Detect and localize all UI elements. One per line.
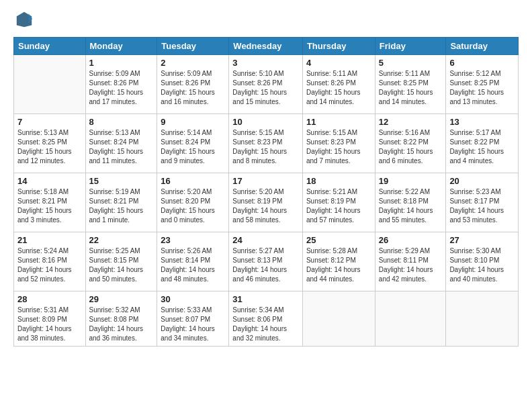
calendar-cell: 19Sunrise: 5:22 AMSunset: 8:18 PMDayligh… [375,173,446,232]
calendar-cell: 26Sunrise: 5:29 AMSunset: 8:11 PMDayligh… [375,232,446,291]
day-number: 9 [161,117,225,127]
day-info: Sunrise: 5:19 AMSunset: 8:21 PMDaylight:… [89,187,154,225]
calendar-cell: 20Sunrise: 5:23 AMSunset: 8:17 PMDayligh… [446,173,519,232]
calendar-cell: 12Sunrise: 5:16 AMSunset: 8:22 PMDayligh… [375,114,446,173]
day-number: 30 [161,294,225,304]
calendar-cell [446,291,519,347]
calendar-cell: 14Sunrise: 5:18 AMSunset: 8:21 PMDayligh… [14,173,86,232]
calendar-cell: 23Sunrise: 5:26 AMSunset: 8:14 PMDayligh… [157,232,229,291]
logo-icon [15,10,34,29]
day-info: Sunrise: 5:16 AMSunset: 8:22 PMDaylight:… [379,128,443,166]
main-container: SundayMondayTuesdayWednesdayThursdayFrid… [0,0,532,353]
day-number: 6 [449,58,515,68]
logo-text [13,10,34,32]
day-info: Sunrise: 5:12 AMSunset: 8:25 PMDaylight:… [449,69,515,107]
day-number: 26 [379,235,443,245]
day-info: Sunrise: 5:32 AMSunset: 8:08 PMDaylight:… [89,306,154,343]
day-info: Sunrise: 5:26 AMSunset: 8:14 PMDaylight:… [161,246,225,284]
day-number: 5 [379,58,443,68]
day-number: 31 [232,294,299,304]
day-info: Sunrise: 5:23 AMSunset: 8:17 PMDaylight:… [449,187,515,225]
day-info: Sunrise: 5:15 AMSunset: 8:23 PMDaylight:… [232,128,299,166]
calendar-cell: 31Sunrise: 5:34 AMSunset: 8:06 PMDayligh… [229,291,303,347]
day-info: Sunrise: 5:09 AMSunset: 8:26 PMDaylight:… [89,69,154,107]
calendar-cell: 4Sunrise: 5:11 AMSunset: 8:26 PMDaylight… [302,55,375,114]
day-info: Sunrise: 5:21 AMSunset: 8:19 PMDaylight:… [306,187,371,225]
calendar-cell: 17Sunrise: 5:20 AMSunset: 8:19 PMDayligh… [229,173,303,232]
calendar-day-header: Thursday [302,38,375,55]
day-number: 29 [89,294,154,304]
calendar-table: SundayMondayTuesdayWednesdayThursdayFrid… [13,37,519,347]
calendar-week-row: 21Sunrise: 5:24 AMSunset: 8:16 PMDayligh… [14,232,519,291]
calendar-cell: 18Sunrise: 5:21 AMSunset: 8:19 PMDayligh… [302,173,375,232]
day-info: Sunrise: 5:22 AMSunset: 8:18 PMDaylight:… [379,187,443,225]
day-number: 28 [17,294,82,304]
day-info: Sunrise: 5:27 AMSunset: 8:13 PMDaylight:… [232,246,299,284]
day-info: Sunrise: 5:25 AMSunset: 8:15 PMDaylight:… [89,246,154,284]
day-number: 22 [89,235,154,245]
day-number: 25 [306,235,371,245]
calendar-day-header: Monday [85,38,157,55]
day-number: 13 [449,117,515,127]
logo [13,10,34,32]
calendar-cell: 15Sunrise: 5:19 AMSunset: 8:21 PMDayligh… [85,173,157,232]
calendar-day-header: Saturday [446,38,519,55]
calendar-day-header: Wednesday [229,38,303,55]
day-number: 10 [232,117,299,127]
header [13,10,519,32]
calendar-week-row: 7Sunrise: 5:13 AMSunset: 8:25 PMDaylight… [14,114,519,173]
day-number: 18 [306,176,371,186]
calendar-cell: 25Sunrise: 5:28 AMSunset: 8:12 PMDayligh… [302,232,375,291]
day-info: Sunrise: 5:17 AMSunset: 8:22 PMDaylight:… [449,128,515,166]
day-number: 4 [306,58,371,68]
calendar-cell: 7Sunrise: 5:13 AMSunset: 8:25 PMDaylight… [14,114,86,173]
day-info: Sunrise: 5:18 AMSunset: 8:21 PMDaylight:… [17,187,82,225]
day-number: 3 [232,58,299,68]
day-info: Sunrise: 5:30 AMSunset: 8:10 PMDaylight:… [449,246,515,284]
calendar-cell: 2Sunrise: 5:09 AMSunset: 8:26 PMDaylight… [157,55,229,114]
calendar-day-header: Sunday [14,38,86,55]
day-number: 15 [89,176,154,186]
day-number: 14 [17,176,82,186]
calendar-cell: 9Sunrise: 5:14 AMSunset: 8:24 PMDaylight… [157,114,229,173]
day-info: Sunrise: 5:11 AMSunset: 8:25 PMDaylight:… [379,69,443,107]
day-number: 24 [232,235,299,245]
day-number: 21 [17,235,82,245]
calendar-cell: 10Sunrise: 5:15 AMSunset: 8:23 PMDayligh… [229,114,303,173]
day-number: 7 [17,117,82,127]
day-info: Sunrise: 5:31 AMSunset: 8:09 PMDaylight:… [17,306,82,343]
calendar-day-header: Tuesday [157,38,229,55]
calendar-cell: 27Sunrise: 5:30 AMSunset: 8:10 PMDayligh… [446,232,519,291]
calendar-cell: 1Sunrise: 5:09 AMSunset: 8:26 PMDaylight… [85,55,157,114]
calendar-cell: 3Sunrise: 5:10 AMSunset: 8:26 PMDaylight… [229,55,303,114]
day-info: Sunrise: 5:09 AMSunset: 8:26 PMDaylight:… [161,69,225,107]
day-info: Sunrise: 5:13 AMSunset: 8:24 PMDaylight:… [89,128,154,166]
day-info: Sunrise: 5:20 AMSunset: 8:19 PMDaylight:… [232,187,299,225]
day-number: 8 [89,117,154,127]
calendar-week-row: 28Sunrise: 5:31 AMSunset: 8:09 PMDayligh… [14,291,519,347]
calendar-cell: 28Sunrise: 5:31 AMSunset: 8:09 PMDayligh… [14,291,86,347]
day-info: Sunrise: 5:11 AMSunset: 8:26 PMDaylight:… [306,69,371,107]
day-number: 2 [161,58,225,68]
day-info: Sunrise: 5:33 AMSunset: 8:07 PMDaylight:… [161,306,225,343]
calendar-cell [14,55,86,114]
calendar-cell: 5Sunrise: 5:11 AMSunset: 8:25 PMDaylight… [375,55,446,114]
calendar-week-row: 14Sunrise: 5:18 AMSunset: 8:21 PMDayligh… [14,173,519,232]
logo-general [13,10,34,32]
calendar-cell [302,291,375,347]
day-number: 16 [161,176,225,186]
calendar-cell [375,291,446,347]
calendar-cell: 8Sunrise: 5:13 AMSunset: 8:24 PMDaylight… [85,114,157,173]
day-number: 23 [161,235,225,245]
calendar-cell: 21Sunrise: 5:24 AMSunset: 8:16 PMDayligh… [14,232,86,291]
day-number: 1 [89,58,154,68]
day-info: Sunrise: 5:10 AMSunset: 8:26 PMDaylight:… [232,69,299,107]
calendar-cell: 11Sunrise: 5:15 AMSunset: 8:23 PMDayligh… [302,114,375,173]
day-info: Sunrise: 5:34 AMSunset: 8:06 PMDaylight:… [232,306,299,343]
calendar-cell: 6Sunrise: 5:12 AMSunset: 8:25 PMDaylight… [446,55,519,114]
calendar-header-row: SundayMondayTuesdayWednesdayThursdayFrid… [14,38,519,55]
calendar-cell: 16Sunrise: 5:20 AMSunset: 8:20 PMDayligh… [157,173,229,232]
calendar-cell: 13Sunrise: 5:17 AMSunset: 8:22 PMDayligh… [446,114,519,173]
day-info: Sunrise: 5:24 AMSunset: 8:16 PMDaylight:… [17,246,82,284]
calendar-cell: 30Sunrise: 5:33 AMSunset: 8:07 PMDayligh… [157,291,229,347]
